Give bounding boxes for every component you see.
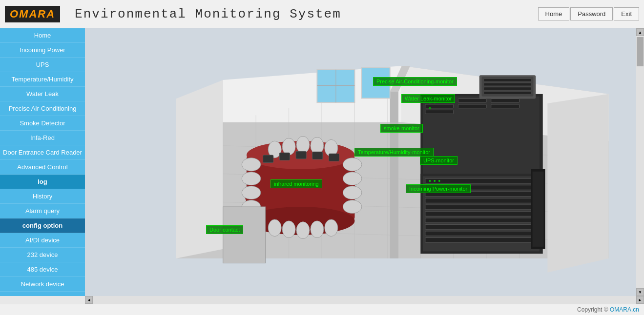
svg-point-42	[325, 219, 338, 236]
horizontal-scrollbar[interactable]: ◄ ►	[85, 296, 644, 304]
svg-point-41	[311, 221, 324, 238]
sidebar-device-config[interactable]: Device Config	[0, 292, 85, 296]
brand-link[interactable]: OMARA.cn	[610, 306, 639, 313]
svg-point-77	[434, 180, 436, 182]
svg-rect-44	[279, 153, 290, 160]
sidebar-ai-di-device[interactable]: AI/DI device	[0, 233, 85, 248]
ups-monitor-label[interactable]: UPS-monitor	[420, 156, 457, 165]
svg-rect-87	[484, 87, 531, 90]
svg-point-25	[242, 158, 261, 171]
sidebar-door-entrance[interactable]: Door Entrance Card Reader	[0, 145, 85, 160]
sidebar-home[interactable]: Home	[0, 28, 85, 43]
sidebar-water-leak[interactable]: Water Leak	[0, 87, 85, 101]
svg-rect-80	[533, 172, 544, 247]
svg-point-30	[343, 172, 362, 185]
svg-point-29	[343, 158, 362, 171]
water-leak-monitor-label[interactable]: Water Leak-monitor	[401, 94, 455, 103]
svg-rect-75	[425, 238, 536, 243]
svg-point-27	[242, 186, 261, 199]
sidebar-temp-humidity[interactable]: Temperature/Humidity	[0, 72, 85, 87]
scroll-left-button[interactable]: ◄	[85, 296, 93, 304]
svg-rect-58	[458, 104, 486, 108]
sidebar-config-option[interactable]: config option	[0, 218, 85, 233]
svg-point-39	[282, 221, 295, 238]
svg-rect-70	[425, 205, 536, 210]
sidebar-air-conditioning[interactable]: Precise Air-Conditioning	[0, 101, 85, 116]
svg-rect-66	[425, 178, 536, 183]
logo: OMARA	[5, 6, 60, 22]
sidebar-advanced-control[interactable]: Advanced Control	[0, 160, 85, 175]
app-title: Environmental Monitoring System	[75, 7, 538, 21]
svg-point-38	[268, 219, 281, 236]
sidebar-smoke-detector[interactable]: Smoke Detector	[0, 116, 85, 131]
svg-point-26	[242, 172, 261, 185]
horizontal-scroll-track	[93, 296, 636, 304]
sidebar-ups[interactable]: UPS	[0, 58, 85, 72]
smoke-monitor-label[interactable]: smoke-monitor	[380, 124, 423, 133]
svg-rect-88	[484, 92, 531, 94]
home-button[interactable]: Home	[538, 7, 570, 20]
scroll-track	[636, 36, 644, 288]
sidebar-log[interactable]: log	[0, 175, 85, 189]
exit-button[interactable]: Exit	[614, 7, 639, 20]
svg-rect-72	[425, 218, 536, 223]
sidebar-history[interactable]: History	[0, 189, 85, 204]
svg-marker-4	[547, 94, 608, 273]
svg-rect-71	[425, 212, 536, 217]
scroll-up-button[interactable]: ▲	[636, 28, 644, 36]
svg-point-78	[438, 180, 440, 182]
footer: Copyright © OMARA.cn	[0, 304, 644, 315]
svg-point-31	[343, 186, 362, 199]
svg-rect-19	[390, 92, 398, 258]
vertical-scrollbar[interactable]: ▲ ▼	[636, 28, 644, 296]
svg-rect-47	[329, 154, 339, 161]
header: OMARA Environmental Monitoring System Ho…	[0, 0, 644, 28]
svg-point-32	[343, 200, 362, 214]
svg-rect-57	[458, 98, 486, 102]
main-layout: HomeIncoming PowerUPSTemperature/Humidit…	[0, 28, 644, 296]
sidebar-485-device[interactable]: 485 device	[0, 262, 85, 277]
copyright-text: Copyright ©	[577, 306, 608, 313]
scroll-right-button[interactable]: ►	[636, 296, 644, 304]
svg-rect-74	[425, 231, 536, 236]
scroll-thumb[interactable]	[637, 37, 644, 66]
door-contact-monitor-label[interactable]: Door contact	[206, 225, 243, 234]
sidebar-232-device[interactable]: 232 device	[0, 248, 85, 262]
svg-rect-82	[223, 207, 266, 263]
svg-point-35	[296, 137, 310, 154]
temp-humidity-monitor-label[interactable]: Temperature/Humidity-monitor	[354, 148, 434, 157]
svg-point-40	[296, 222, 310, 239]
svg-rect-86	[484, 83, 531, 86]
room-illustration	[85, 28, 636, 296]
scroll-down-button[interactable]: ▼	[636, 288, 644, 296]
incoming-power-monitor-label[interactable]: Incoming Power-monitor	[406, 184, 471, 193]
infrared-monitor-label[interactable]: infrared monitoring	[270, 179, 322, 188]
sidebar-incoming-power[interactable]: Incoming Power	[0, 43, 85, 58]
svg-rect-43	[263, 155, 273, 162]
pac-monitor-label[interactable]: Precise Air-Conditioning-monitor	[373, 77, 457, 86]
svg-point-63	[429, 107, 431, 109]
svg-point-76	[429, 180, 431, 182]
svg-rect-56	[425, 110, 454, 114]
sidebar-infa-red[interactable]: Infa-Red	[0, 131, 85, 145]
sidebar-alarm-query[interactable]: Alarm query	[0, 204, 85, 218]
svg-rect-60	[491, 104, 519, 108]
svg-rect-69	[425, 198, 536, 203]
svg-rect-46	[312, 152, 323, 159]
svg-rect-59	[491, 98, 519, 102]
svg-rect-73	[425, 225, 536, 230]
svg-rect-45	[296, 151, 306, 158]
content-area: Precise Air-Conditioning-monitor Water L…	[85, 28, 636, 296]
svg-rect-85	[484, 79, 531, 81]
header-buttons: Home Password Exit	[538, 7, 639, 20]
sidebar-network-device[interactable]: Network device	[0, 277, 85, 292]
sidebar: HomeIncoming PowerUPSTemperature/Humidit…	[0, 28, 85, 296]
password-button[interactable]: Password	[570, 7, 613, 20]
